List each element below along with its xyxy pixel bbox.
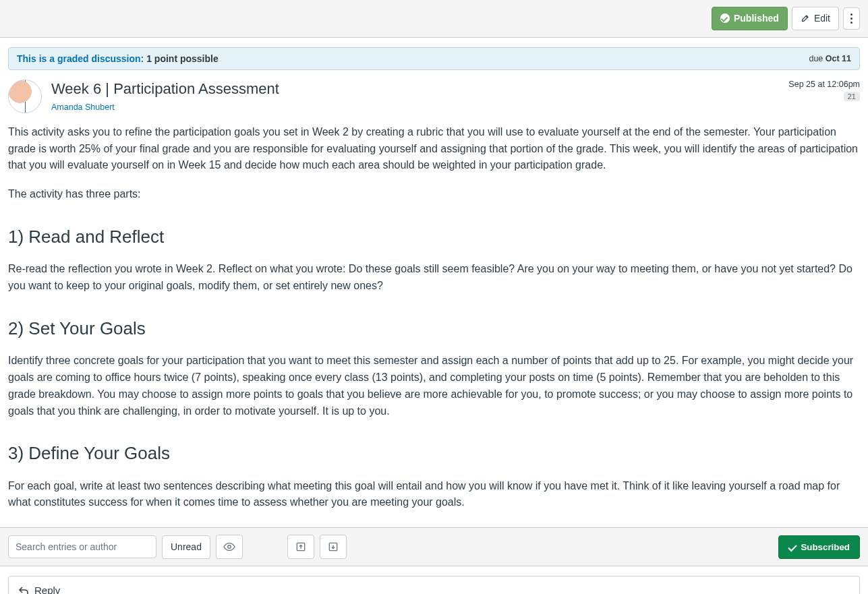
svg-point-0: [228, 545, 231, 549]
graded-points: 1 point possible: [146, 53, 219, 64]
search-input[interactable]: [8, 535, 156, 558]
graded-discussion-banner: This is a graded discussion: 1 point pos…: [8, 47, 860, 70]
pencil-icon: [801, 13, 810, 23]
published-label: Published: [734, 13, 779, 24]
section-paragraph-2: Identify three concrete goals for your p…: [8, 353, 860, 419]
reply-count-badge: 21: [844, 92, 860, 101]
unread-label: Unread: [171, 541, 202, 553]
due-prefix: due: [809, 54, 825, 63]
collapse-icon: [296, 542, 306, 552]
collapse-replies-button[interactable]: [287, 535, 314, 559]
published-button[interactable]: Published: [712, 7, 788, 30]
expand-replies-button[interactable]: [320, 535, 347, 559]
section-paragraph-3: For each goal, write at least two senten…: [8, 478, 860, 512]
reply-arrow-icon: [18, 586, 29, 594]
expand-icon: [328, 542, 338, 552]
check-icon: [788, 543, 797, 552]
avatar[interactable]: [8, 80, 42, 113]
section-heading-1: 1) Read and Reflect: [8, 223, 860, 250]
top-toolbar: Published Edit: [0, 0, 868, 38]
subscribed-label: Subscribed: [801, 542, 850, 552]
post-header: Week 6 | Participation Assessment Amanda…: [8, 80, 860, 113]
page-title: Week 6 | Participation Assessment: [51, 80, 779, 99]
discussion-action-bar: Unread Subscribed: [0, 527, 868, 566]
intro-paragraph: This activity asks you to refine the par…: [8, 124, 860, 174]
section-heading-2: 2) Set Your Goals: [8, 315, 860, 342]
subscribed-button[interactable]: Subscribed: [778, 535, 860, 559]
reply-box[interactable]: Reply: [8, 576, 860, 594]
section-heading-3: 3) Define Your Goals: [8, 440, 860, 467]
reply-label: Reply: [34, 585, 60, 594]
author-link[interactable]: Amanda Shubert: [51, 102, 115, 112]
graded-prefix: This is a graded discussion:: [17, 53, 144, 64]
more-options-button[interactable]: [843, 7, 860, 30]
section-paragraph-1: Re-read the reflection you wrote in Week…: [8, 261, 860, 295]
eye-icon: [223, 542, 235, 552]
graded-due: due Oct 11: [809, 54, 851, 63]
view-toggle-button[interactable]: [216, 535, 243, 559]
due-date: Oct 11: [826, 54, 851, 63]
kebab-icon: [850, 13, 852, 24]
activity-line: The activity has three parts:: [8, 186, 860, 203]
edit-label: Edit: [814, 13, 830, 24]
edit-button[interactable]: Edit: [792, 7, 839, 30]
post-timestamp: Sep 25 at 12:06pm: [788, 80, 860, 89]
unread-button[interactable]: Unread: [162, 535, 210, 559]
post-body: This activity asks you to refine the par…: [8, 124, 860, 511]
check-circle-icon: [720, 13, 730, 23]
